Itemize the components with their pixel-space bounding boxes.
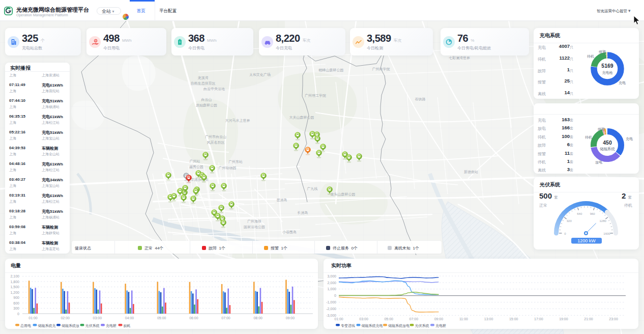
svg-text:07:00: 07:00 [409,317,419,321]
svg-text:03:00: 03:00 [359,317,368,321]
svg-text:储能系统: 储能系统 [600,147,616,151]
svg-text:报警: 报警 [597,127,605,131]
svg-text:11:00: 11:00 [459,317,468,321]
svg-text:广州理工学院: 广州理工学院 [305,94,326,98]
svg-text:06:00: 06:00 [189,316,198,320]
svg-text:0: 0 [17,312,19,316]
svg-text:广州海珠: 广州海珠 [247,219,261,224]
svg-text:广九线: 广九线 [307,187,318,190]
svg-text:960: 960 [590,212,596,215]
svg-text:总用电: 总用电 [20,324,31,328]
svg-text:储能系统放: 储能系统放 [62,324,79,328]
svg-text:600: 600 [13,301,19,305]
svg-text:小谷围岛: 小谷围岛 [282,230,297,234]
svg-text:2,000: 2,000 [327,281,336,285]
svg-text:1,800: 1,800 [10,280,19,284]
svg-text:广州动物园: 广州动物园 [219,166,237,170]
svg-text:新塘南站: 新塘南站 [464,170,478,174]
svg-text:1,500: 1,500 [10,285,19,289]
svg-text:-2,000: -2,000 [326,307,336,311]
svg-text:09:00: 09:00 [286,316,295,320]
svg-text:白云中央湿地: 白云中央湿地 [203,87,225,91]
svg-text:-1,000: -1,000 [326,300,336,304]
svg-text:充电: 充电 [619,81,626,85]
svg-text:09:00: 09:00 [434,317,444,321]
svg-text:1600: 1600 [603,232,610,235]
svg-text:光伏系统: 光伏系统 [85,324,100,328]
svg-text:广州商学院: 广州商学院 [372,67,390,71]
svg-text:广州市白云山: 广州市白云山 [205,134,226,139]
svg-text:原始森林公园: 原始森林公园 [196,103,217,107]
svg-text:大夫山森林公园: 大夫山森林公园 [289,116,314,120]
svg-text:300: 300 [13,307,19,310]
svg-text:02:00: 02:00 [61,316,70,320]
svg-text:01:00: 01:00 [28,316,38,320]
svg-text:05:00: 05:00 [157,316,166,320]
svg-text:-3,000: -3,000 [326,314,336,317]
svg-text:21:00: 21:00 [584,317,593,321]
svg-text:320: 320 [567,219,572,222]
svg-text:充电枪: 充电枪 [602,71,613,75]
svg-text:储能系统充电: 储能系统充电 [362,324,383,328]
svg-text:储能系统充: 储能系统充 [38,324,56,328]
svg-text:0: 0 [564,232,566,235]
svg-text:帽峰山森林公园: 帽峰山森林公园 [319,68,344,72]
svg-text:风景名胜区: 风景名胜区 [207,141,225,145]
svg-text:1280: 1280 [600,219,607,222]
svg-text:900: 900 [13,296,19,299]
svg-text:石铁路: 石铁路 [415,97,426,101]
svg-text:23:00: 23:00 [609,317,618,321]
svg-text:01:00: 01:00 [334,317,343,321]
svg-text:待机: 待机 [585,135,592,140]
svg-text:龙头山森林公园: 龙头山森林公园 [331,192,356,197]
svg-text:国家湿地公园: 国家湿地公园 [244,225,265,229]
svg-text:放电: 放电 [595,160,602,164]
svg-text:太和文化广场: 太和文化广场 [249,72,271,77]
svg-text:专变进线: 专变进线 [341,324,355,328]
svg-text:大河马水上世界: 大河马水上世界 [225,119,250,123]
svg-text:储能系统放电: 储能系统放电 [388,324,409,328]
svg-text:03:00: 03:00 [93,316,102,320]
svg-text:充电桩: 充电桩 [435,323,446,328]
svg-text:长洲岛: 长洲岛 [298,211,308,215]
svg-text:04:00: 04:00 [125,316,134,320]
svg-text:七彩澜湾世界: 七彩澜湾世界 [449,56,470,60]
svg-text:3,000: 3,000 [327,274,336,278]
svg-text:08:00: 08:00 [253,316,262,320]
svg-text:待机: 待机 [587,54,594,59]
svg-text:自然生态保育区: 自然生态保育区 [191,81,216,86]
svg-text:0: 0 [334,294,336,297]
svg-text:琶洲岛: 琶洲岛 [277,198,287,202]
svg-text:充电: 充电 [626,137,633,141]
svg-text:19:00: 19:00 [559,317,568,321]
svg-text:白云山: 白云山 [201,98,212,102]
svg-text:450: 450 [603,140,612,146]
svg-text:15:00: 15:00 [509,317,518,321]
svg-text:1200 kW: 1200 kW [577,238,596,243]
svg-text:充电桩: 充电桩 [106,323,116,328]
svg-text:640: 640 [577,212,582,215]
svg-text:1,000: 1,000 [327,287,336,291]
svg-text:2,100: 2,100 [10,274,19,278]
svg-text:报警: 报警 [598,50,606,54]
svg-text:17:00: 17:00 [534,317,543,321]
svg-text:广州站: 广州站 [190,159,200,163]
svg-text:广州东站: 广州东站 [228,160,243,164]
svg-text:13:00: 13:00 [484,317,493,321]
svg-text:光伏系统: 光伏系统 [415,324,429,328]
svg-text:5169: 5169 [601,63,613,69]
svg-text:龙溪湾: 龙溪湾 [198,76,209,80]
svg-text:05:00: 05:00 [384,317,393,321]
svg-text:损耗: 损耗 [124,324,131,328]
svg-text:越秀公园: 越秀公园 [189,165,203,169]
svg-text:07:00: 07:00 [221,316,230,320]
svg-text:1,200: 1,200 [10,291,19,294]
